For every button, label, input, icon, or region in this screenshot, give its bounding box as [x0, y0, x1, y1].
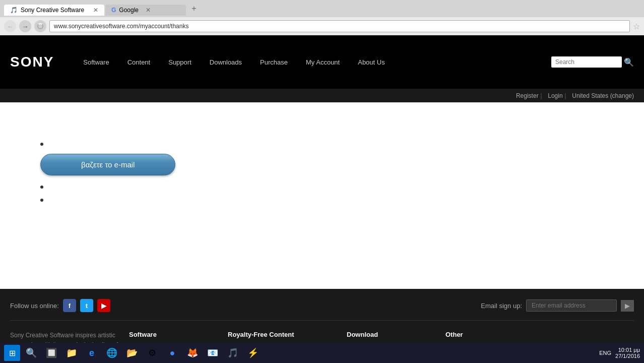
address-bar[interactable] [49, 20, 630, 32]
taskbar-app1-icon[interactable]: 📧 [204, 344, 222, 362]
footer-software-title: Software [129, 331, 220, 338]
tab-favicon-google: G [111, 7, 116, 14]
bullet-3 [40, 199, 43, 202]
facebook-icon[interactable]: f [63, 299, 76, 312]
forward-button[interactable]: → [19, 20, 31, 32]
twitter-icon[interactable]: t [80, 299, 93, 312]
tab-title-sony: Sony Creative Software - [21, 7, 86, 14]
taskbar-clock: 10:01 μμ 27/1/2016 [615, 347, 640, 359]
bullet-item-1 [40, 141, 604, 146]
bookmark-icon[interactable]: ☆ [633, 22, 640, 31]
social-area: Follow us online: f t ▶ [10, 299, 110, 312]
nav-item-aboutus[interactable]: About Us [349, 35, 394, 89]
login-link[interactable]: Login [548, 92, 562, 99]
taskbar-ie-icon[interactable]: 🌐 [103, 344, 121, 362]
youtube-icon[interactable]: ▶ [97, 299, 110, 312]
bullet-item-3 [40, 197, 604, 202]
taskbar-chrome-icon[interactable]: ● [163, 344, 181, 362]
tab-close-google[interactable]: ✕ [146, 7, 151, 14]
email-signup: Email sign up: ▶ [481, 299, 634, 312]
taskbar-firefox-icon[interactable]: 🦊 [183, 344, 202, 362]
taskbar-right: ENG 10:01 μμ 27/1/2016 [599, 347, 640, 359]
nav-item-software[interactable]: Software [74, 35, 118, 89]
nav-item-myaccount[interactable]: My Account [297, 35, 349, 89]
start-button[interactable]: ⊞ [4, 345, 20, 361]
footer-top: Follow us online: f t ▶ Email sign up: ▶ [10, 299, 634, 321]
footer-royalty-title: Royalty-Free Content [228, 331, 339, 338]
taskbar-cortana-icon[interactable]: 🔲 [42, 344, 60, 362]
nav-item-support[interactable]: Support [159, 35, 201, 89]
bullet-item-2 [40, 184, 604, 189]
taskbar-explorer-icon[interactable]: 📂 [123, 344, 141, 362]
back-button[interactable]: ← [4, 20, 16, 32]
site-header: SONY Software Content Support Downloads … [0, 35, 644, 89]
email-form-area: βαζετε το e-mail [0, 123, 644, 220]
taskbar-search-icon[interactable]: 🔍 [22, 344, 40, 362]
taskbar-files-icon[interactable]: 📁 [62, 344, 81, 362]
nav-item-purchase[interactable]: Purchase [251, 35, 297, 89]
taskbar-app2-icon[interactable]: 🎵 [224, 344, 242, 362]
taskbar-time-display: 10:01 μμ [615, 347, 640, 353]
taskbar-settings-icon[interactable]: ⚙ [143, 344, 161, 362]
tab-favicon-sony: 🎵 [10, 7, 18, 14]
footer-other-title: Other [445, 331, 536, 338]
country-link[interactable]: United States (change) [572, 92, 634, 99]
taskbar-app3-icon[interactable]: ⚡ [244, 344, 262, 362]
search-button[interactable]: 🔍 [624, 57, 634, 67]
bullet-2 [40, 186, 43, 189]
reload-button[interactable] [34, 20, 46, 32]
email-signup-submit[interactable]: ▶ [621, 300, 634, 312]
tab-title-google: Google [119, 7, 139, 14]
main-nav: Software Content Support Downloads Purch… [74, 35, 551, 89]
nav-item-downloads[interactable]: Downloads [201, 35, 251, 89]
browser-tab-sony[interactable]: 🎵 Sony Creative Software - ✕ [4, 5, 104, 16]
email-button-wrapper: βαζετε το e-mail [40, 154, 604, 175]
email-signup-label: Email sign up: [481, 302, 522, 310]
search-area: 🔍 [551, 56, 634, 68]
tab-close-sony[interactable]: ✕ [93, 7, 98, 14]
email-signup-input[interactable] [526, 299, 617, 312]
main-content: βαζετε το e-mail [0, 102, 644, 289]
taskbar-edge-icon[interactable]: e [83, 344, 101, 362]
browser-tab-google[interactable]: G Google ✕ [105, 5, 186, 16]
social-label: Follow us online: [10, 302, 59, 310]
register-link[interactable]: Register [516, 92, 539, 99]
sub-header: Register | Login | United States (change… [0, 89, 644, 102]
taskbar: ⊞ 🔍 🔲 📁 e 🌐 📂 ⚙ ● 🦊 📧 🎵 ⚡ ENG 10:01 μμ 2… [0, 343, 644, 363]
taskbar-date-display: 27/1/2016 [615, 353, 640, 359]
bullet-1 [40, 143, 43, 146]
taskbar-lang: ENG [599, 350, 611, 356]
email-submit-button[interactable]: βαζετε το e-mail [40, 154, 175, 175]
sony-logo: SONY [10, 54, 54, 70]
search-input[interactable] [551, 56, 622, 68]
new-tab-button[interactable]: + [187, 2, 201, 16]
nav-item-content[interactable]: Content [118, 35, 160, 89]
footer-download-title: Download [347, 331, 437, 338]
